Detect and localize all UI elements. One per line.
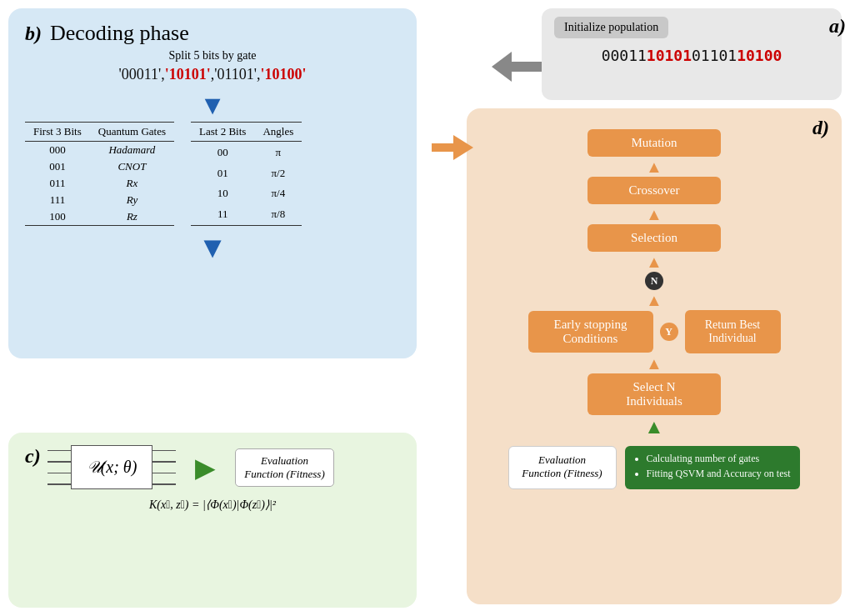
n-badge: N xyxy=(645,272,663,290)
eval-function-box: EvaluationFunction (Fitness) xyxy=(235,448,333,487)
circuit-line xyxy=(48,473,71,474)
circuit-visual: 𝒰(x; θ) xyxy=(48,445,177,489)
early-stopping-box: Early stoppingConditions xyxy=(528,311,653,353)
section-c: c) 𝒰(x; θ) xyxy=(8,433,417,608)
table-row: 111Ry xyxy=(25,192,174,208)
circuit-line xyxy=(152,473,176,474)
return-best-box: Return Best Individual xyxy=(685,310,781,353)
label-b: b) xyxy=(25,23,42,45)
eval-label: EvaluationFunction (Fitness) xyxy=(235,448,333,487)
circuit-line xyxy=(48,483,71,485)
green-arrow-up: ▲ xyxy=(644,415,664,439)
select-n-box: Select NIndividuals xyxy=(588,373,721,415)
u-box: 𝒰(x; θ) xyxy=(71,445,153,489)
label-d: d) xyxy=(812,117,829,139)
svg-marker-0 xyxy=(492,52,542,82)
section-b: b) Decoding phase Split 5 bits by gate '… xyxy=(8,8,417,358)
lines-right xyxy=(152,450,176,485)
arrow-up-4: ▲ xyxy=(646,290,662,310)
binary-red1: 10101 xyxy=(647,47,692,64)
circuit-line xyxy=(152,461,176,463)
main-container: a) Initialize population 000111010101101… xyxy=(0,0,850,616)
arrow-up-5: ▲ xyxy=(646,353,662,373)
gate-col2-header: Quantum Gates xyxy=(90,123,174,142)
angle-col1-header: Last 2 Bits xyxy=(191,123,254,142)
u-function-label: 𝒰(x; θ) xyxy=(87,458,138,476)
table-row: 011Rx xyxy=(25,175,174,192)
early-stopping-row: Early stoppingConditions Y Return Best I… xyxy=(528,310,781,353)
fitness-item-2: Fitting QSVM and Accuracy on test xyxy=(647,468,791,480)
mutation-box: Mutation xyxy=(588,129,721,157)
table-row: 10π/4 xyxy=(191,183,302,204)
binary-prefix: 00011 xyxy=(602,47,647,64)
table-row: 100Rz xyxy=(25,208,174,226)
bits-display: '00011','10101','01101','10100' xyxy=(25,66,400,83)
table-row: 01π/2 xyxy=(191,163,302,183)
binary-string: 00011101010110110100 xyxy=(554,43,829,64)
circuit-line xyxy=(48,461,71,463)
formula: K(x⃗, z⃗) = |⟨Φ(x⃗)|Φ(z⃗)⟩|² xyxy=(25,498,400,512)
fitness-item-1: Calculating number of gates xyxy=(647,453,791,465)
arrow-up-2: ▲ xyxy=(646,204,662,224)
eval-section: EvaluationFunction (Fitness) Calculating… xyxy=(508,446,801,489)
blue-arrow-down-1: ▼ xyxy=(25,92,400,118)
green-arrow-right: ▶ xyxy=(195,452,216,483)
label-c: c) xyxy=(25,445,41,468)
flow-column: Mutation ▲ Crossover ▲ Selection ▲ N ▲ E… xyxy=(483,129,825,489)
gate-table: First 3 Bits Quantum Gates 000Hadamard 0… xyxy=(25,122,174,226)
table-row: 00π xyxy=(191,142,302,163)
circuit-line xyxy=(48,450,71,452)
angle-table: Last 2 Bits Angles 00π 01π/2 10π/4 11π/8 xyxy=(191,122,302,226)
n-arrow-group: ▲ N ▲ xyxy=(645,252,663,310)
circuit-line xyxy=(152,450,176,452)
decoding-title: Decoding phase xyxy=(50,21,189,46)
section-a: a) Initialize population 000111010101101… xyxy=(542,8,842,100)
svg-marker-1 xyxy=(432,135,473,160)
orange-arrow-left xyxy=(432,135,473,160)
circuit-line xyxy=(152,483,176,485)
eval-function-d-box: EvaluationFunction (Fitness) xyxy=(508,446,617,489)
arrow-up-3: ▲ xyxy=(646,252,662,272)
section-d: d) Mutation ▲ Crossover ▲ Selection ▲ N … xyxy=(467,108,842,604)
arrow-up-1: ▲ xyxy=(646,157,662,177)
angle-col2-header: Angles xyxy=(254,123,302,142)
label-a: a) xyxy=(829,15,846,38)
table-row: 11π/8 xyxy=(191,204,302,226)
binary-mid: 01101 xyxy=(692,47,737,64)
fitness-details-box: Calculating number of gates Fitting QSVM… xyxy=(625,446,801,489)
split-text: Split 5 bits by gate xyxy=(25,49,400,63)
gray-arrow-left xyxy=(492,52,542,85)
binary-red2: 10100 xyxy=(737,47,782,64)
table-row: 001CNOT xyxy=(25,158,174,175)
crossover-box: Crossover xyxy=(588,177,721,204)
init-population-box: Initialize population xyxy=(554,17,668,38)
circuit-and-formula: 𝒰(x; θ) ▶ EvaluationFunction (Fitness) xyxy=(48,445,334,489)
selection-box: Selection xyxy=(588,224,721,252)
y-badge: Y xyxy=(660,323,678,341)
lines-left xyxy=(48,450,71,485)
blue-arrow-down-2: ▼ xyxy=(25,233,400,263)
tables-container: First 3 Bits Quantum Gates 000Hadamard 0… xyxy=(25,122,400,226)
gate-col1-header: First 3 Bits xyxy=(25,123,90,142)
table-row: 000Hadamard xyxy=(25,142,174,159)
